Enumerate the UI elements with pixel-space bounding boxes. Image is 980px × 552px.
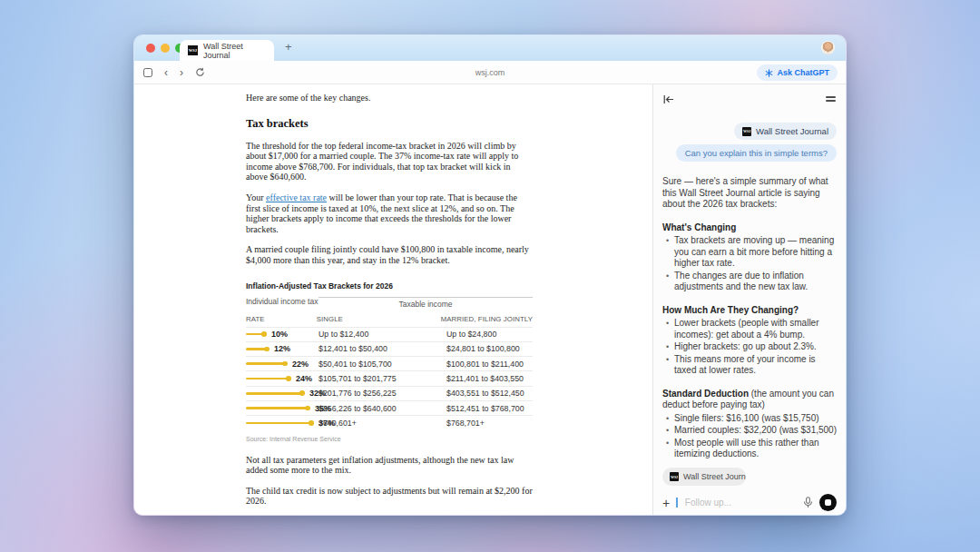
table-title: Inflation-Adjusted Tax Brackets for 2026 bbox=[246, 281, 533, 291]
single-range: $201,776 to $256,225 bbox=[318, 389, 446, 398]
assistant-section: Standard Deduction (the amount you can d… bbox=[662, 389, 837, 460]
wsj-favicon: WSJ bbox=[188, 45, 198, 55]
title-bar: WSJ Wall Street Journal + bbox=[134, 35, 846, 61]
article-pane[interactable]: Here are some of the key changes. Tax br… bbox=[134, 84, 652, 515]
article-paragraph: The child tax credit is now subject to a… bbox=[246, 486, 533, 507]
reload-icon[interactable] bbox=[195, 67, 205, 77]
text-cursor bbox=[676, 498, 678, 508]
profile-avatar[interactable] bbox=[821, 41, 835, 54]
chatgpt-sidebar: WSJ Wall Street Journal Can you explain … bbox=[652, 84, 846, 515]
single-range: $105,701 to $201,775 bbox=[318, 374, 446, 383]
wsj-favicon: WSJ bbox=[670, 472, 679, 481]
attach-plus-button[interactable]: + bbox=[662, 497, 670, 509]
desktop: { "browser": { "tab_title": "Wall Street… bbox=[0, 0, 980, 552]
browser-toolbar: ‹ › wsj.com Ask ChatGPT bbox=[134, 61, 846, 84]
assistant-bullet: The changes are due to inflation adjustm… bbox=[662, 271, 837, 293]
tab-title: Wall Street Journal bbox=[203, 42, 266, 60]
single-range: $12,401 to $50,400 bbox=[318, 344, 446, 353]
married-range: $512,451 to $768,700 bbox=[446, 404, 533, 413]
assistant-bullet: Higher brackets: go up about 2.3%. bbox=[662, 341, 837, 353]
tax-bracket-row: 35% $256,226 to $640,600 $512,451 to $76… bbox=[246, 400, 533, 415]
rate-label: 12% bbox=[274, 344, 290, 353]
tax-bracket-row: 10% Up to $12,400 Up to $24,800 bbox=[246, 327, 533, 341]
article-paragraph: Your effective tax rate will be lower th… bbox=[246, 192, 533, 234]
openai-logo-icon bbox=[765, 69, 773, 77]
forward-button[interactable]: › bbox=[180, 68, 183, 77]
tax-bracket-row: 32% $201,776 to $256,225 $403,551 to $51… bbox=[246, 386, 533, 400]
single-range: $50,401 to $105,700 bbox=[318, 360, 446, 369]
assistant-section: How Much Are They Changing? Lower bracke… bbox=[662, 305, 837, 377]
assistant-bullet: This means more of your income is taxed … bbox=[662, 354, 837, 377]
assistant-section-heading: What's Changing bbox=[662, 222, 837, 234]
rate-label: 24% bbox=[296, 374, 312, 383]
table-source-note: Source: Internal Revenue Service bbox=[246, 436, 533, 442]
rate-lollipop-bar bbox=[246, 422, 311, 425]
rate-lollipop-bar bbox=[246, 407, 308, 409]
collapse-sidebar-icon[interactable] bbox=[663, 94, 674, 104]
single-range: $640,601+ bbox=[318, 419, 446, 428]
table-header-row: RATE SINGLE MARRIED, FILING JOINTLY bbox=[246, 315, 533, 327]
composer-context-chip[interactable]: WSJ Wall Street Journa bbox=[662, 468, 746, 486]
single-range: $256,226 to $640,600 bbox=[318, 404, 446, 413]
rate-label: 22% bbox=[292, 360, 309, 369]
composer-area: WSJ Wall Street Journa + Follow up... bbox=[653, 457, 846, 515]
assistant-intro: Sure — here's a simple summary of what t… bbox=[662, 176, 837, 211]
table-group-left: Individual income tax bbox=[246, 297, 318, 309]
sidebar-menu-icon[interactable] bbox=[826, 94, 836, 104]
married-range: $768,701+ bbox=[446, 419, 533, 428]
back-button[interactable]: ‹ bbox=[164, 68, 168, 77]
assistant-bullet: Married couples: $32,200 (was $31,500) bbox=[662, 425, 837, 437]
rate-lollipop-bar bbox=[246, 348, 267, 350]
rate-lollipop-bar bbox=[246, 378, 289, 380]
tax-brackets-table: Inflation-Adjusted Tax Brackets for 2026… bbox=[246, 281, 533, 442]
close-window-button[interactable] bbox=[146, 44, 155, 53]
married-range: $211,401 to $403,550 bbox=[446, 374, 533, 383]
microphone-icon[interactable] bbox=[803, 497, 813, 508]
article-paragraph: A married couple filing jointly could ha… bbox=[246, 244, 533, 265]
followup-input[interactable]: Follow up... bbox=[685, 498, 797, 508]
article-heading-tax-brackets: Tax brackets bbox=[246, 117, 533, 131]
context-attachment-chip[interactable]: WSJ Wall Street Journal bbox=[734, 123, 837, 140]
married-range: $24,801 to $100,800 bbox=[446, 344, 533, 353]
effective-tax-rate-link[interactable]: effective tax rate bbox=[266, 192, 327, 202]
married-range: Up to $24,800 bbox=[446, 330, 533, 339]
article-paragraph: Not all tax parameters get inflation adj… bbox=[246, 455, 533, 476]
rate-label: 10% bbox=[271, 330, 288, 339]
assistant-bullet: Single filers: $16,100 (was $15,750) bbox=[662, 413, 837, 425]
article-paragraph: The threshold for the top federal income… bbox=[246, 141, 533, 182]
assistant-section-heading: Standard Deduction (the amount you can d… bbox=[662, 389, 837, 411]
tax-bracket-row: 22% $50,401 to $105,700 $100,801 to $211… bbox=[246, 356, 533, 370]
tax-bracket-row: 24% $105,701 to $201,775 $211,401 to $40… bbox=[246, 370, 533, 385]
sidebar-toggle-icon[interactable] bbox=[143, 68, 152, 77]
rate-lollipop-bar bbox=[246, 392, 302, 395]
assistant-bullet: Tax brackets are moving up — meaning you… bbox=[662, 235, 837, 270]
chat-thread: WSJ Wall Street Journal Can you explain … bbox=[653, 123, 846, 508]
assistant-bullet: Lower brackets (people with smaller inco… bbox=[662, 318, 837, 340]
new-tab-button[interactable]: + bbox=[285, 41, 292, 54]
tax-bracket-row: 37% $640,601+ $768,701+ bbox=[246, 415, 533, 429]
rate-lollipop-bar bbox=[246, 362, 285, 365]
assistant-section: What's Changing Tax brackets are moving … bbox=[662, 222, 837, 293]
article-paragraph: Here are some of the key changes. bbox=[246, 93, 533, 104]
user-message-bubble: Can you explain this in simple terms? bbox=[676, 144, 837, 162]
assistant-section-heading: How Much Are They Changing? bbox=[662, 305, 837, 317]
address-bar[interactable]: wsj.com bbox=[475, 68, 505, 77]
ask-chatgpt-button[interactable]: Ask ChatGPT bbox=[757, 64, 838, 81]
browser-window: WSJ Wall Street Journal + ‹ › wsj.com bbox=[133, 34, 847, 516]
married-range: $403,551 to $512,450 bbox=[446, 389, 533, 398]
voice-stop-button[interactable] bbox=[819, 494, 837, 511]
minimize-window-button[interactable] bbox=[161, 44, 170, 53]
tax-bracket-row: 12% $12,401 to $50,400 $24,801 to $100,8… bbox=[246, 341, 533, 356]
rate-lollipop-bar bbox=[246, 333, 264, 336]
window-controls bbox=[146, 44, 184, 53]
browser-tab-wsj[interactable]: WSJ Wall Street Journal bbox=[180, 40, 274, 61]
table-group-right: Taxable income bbox=[318, 297, 533, 309]
married-range: $100,801 to $211,400 bbox=[446, 360, 533, 369]
single-range: Up to $12,400 bbox=[318, 330, 446, 339]
wsj-favicon: WSJ bbox=[742, 127, 751, 136]
